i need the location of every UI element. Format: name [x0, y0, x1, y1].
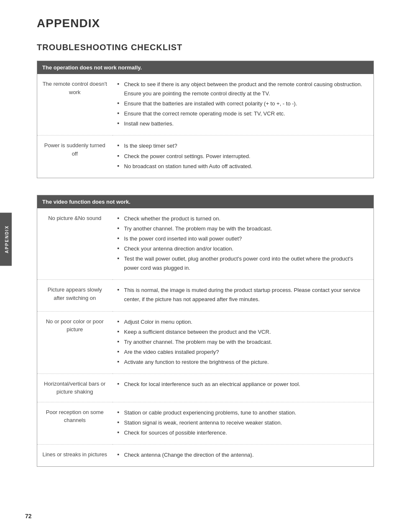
issue-label: No or poor color or poor picture [46, 318, 104, 333]
page-wrapper: APPENDIX APPENDIX TROUBLESHOOTING CHECKL… [0, 0, 399, 532]
list-item: Check to see if there is any object betw… [118, 80, 369, 98]
solution-list: Station or cable product experiencing pr… [118, 408, 369, 437]
table-row: Lines or streaks in pictures Check anten… [37, 445, 374, 467]
table-row: Horizontal/vertical bars or picture shak… [37, 373, 374, 402]
list-item: Check for local interference such as an … [118, 380, 369, 389]
table-row: No picture &No sound Check whether the p… [37, 208, 374, 280]
list-item: Check antenna (Change the direction of t… [118, 450, 369, 460]
solution-list: Adjust Color in menu option. Keep a suff… [118, 317, 369, 367]
solution-cell: Check antenna (Change the direction of t… [113, 445, 374, 467]
issue-cell: Power is suddenly turned off [37, 136, 113, 178]
solution-cell: Check to see if there is any object betw… [113, 74, 374, 136]
list-item: Keep a sufficient distance between the p… [118, 327, 369, 337]
page-number: 72 [25, 513, 32, 519]
issue-label: The remote control doesn't work [43, 81, 107, 95]
list-item: Ensure that the batteries are installed … [118, 99, 369, 108]
issue-label: Horizontal/vertical bars or picture shak… [44, 381, 105, 395]
solution-cell: Is the sleep timer set? Check the power … [113, 136, 374, 178]
solution-list: Is the sleep timer set? Check the power … [118, 141, 369, 171]
list-item: Check whether the product is turned on. [118, 214, 369, 223]
table-row: The remote control doesn't work Check to… [37, 74, 374, 136]
issue-label: Picture appears slowly after switching o… [48, 286, 102, 301]
list-item: No broadcast on station tuned with Auto … [118, 162, 369, 171]
table-row: Power is suddenly turned off Is the slee… [37, 136, 374, 178]
list-item: Try another channel. The problem may be … [118, 338, 369, 347]
solution-list: Check antenna (Change the direction of t… [118, 450, 369, 460]
table-row: Poor reception on some channels Station … [37, 402, 374, 444]
issue-cell: Horizontal/vertical bars or picture shak… [37, 373, 113, 402]
solution-list: Check whether the product is turned on. … [118, 214, 369, 273]
issue-cell: Poor reception on some channels [37, 402, 113, 444]
operation-table: The operation does not work normally. Th… [37, 61, 374, 178]
solution-list: Check for local interference such as an … [118, 380, 369, 389]
video-table-header: The video function does not work. [37, 195, 374, 208]
sidebar-tab: APPENDIX [0, 213, 12, 266]
list-item: Check for sources of possible interferen… [118, 428, 369, 437]
issue-label: No picture &No sound [48, 215, 101, 221]
list-item: Test the wall power outlet, plug another… [118, 254, 369, 273]
list-item: Check your antenna direction and/or loca… [118, 244, 369, 253]
list-item: Station signal is weak, reorient antenna… [118, 418, 369, 427]
operation-table-header: The operation does not work normally. [37, 61, 374, 74]
issue-cell: Lines or streaks in pictures [37, 445, 113, 467]
page-title: APPENDIX [37, 17, 374, 30]
list-item: This is normal, the image is muted durin… [118, 286, 369, 304]
solution-cell: Check whether the product is turned on. … [113, 208, 374, 280]
section-title: TROUBLESHOOTING CHECKLIST [37, 43, 374, 52]
issue-label: Lines or streaks in pictures [42, 451, 107, 458]
list-item: Station or cable product experiencing pr… [118, 408, 369, 417]
list-item: Activate any function to restore the bri… [118, 358, 369, 367]
issue-cell: Picture appears slowly after switching o… [37, 280, 113, 311]
table-row: No or poor color or poor picture Adjust … [37, 311, 374, 373]
solution-cell: Station or cable product experiencing pr… [113, 402, 374, 444]
video-table: The video function does not work. No pic… [37, 195, 374, 467]
table-row: Picture appears slowly after switching o… [37, 280, 374, 311]
solution-cell: Adjust Color in menu option. Keep a suff… [113, 311, 374, 373]
solution-list: Check to see if there is any object betw… [118, 80, 369, 128]
list-item: Ensure that the correct remote operating… [118, 109, 369, 118]
list-item: Are the video cables installed properly? [118, 348, 369, 357]
list-item: Adjust Color in menu option. [118, 317, 369, 327]
issue-cell: The remote control doesn't work [37, 74, 113, 136]
solution-cell: Check for local interference such as an … [113, 373, 374, 402]
list-item: Is the sleep timer set? [118, 141, 369, 151]
sidebar-label: APPENDIX [5, 225, 9, 253]
list-item: Is the power cord inserted into wall pow… [118, 234, 369, 243]
issue-label: Poor reception on some channels [46, 409, 104, 424]
solution-list: This is normal, the image is muted durin… [118, 286, 369, 304]
list-item: Try another channel. The problem may be … [118, 224, 369, 233]
main-content: APPENDIX TROUBLESHOOTING CHECKLIST The o… [12, 0, 399, 532]
solution-cell: This is normal, the image is muted durin… [113, 280, 374, 311]
list-item: Check the power control settings. Power … [118, 152, 369, 161]
issue-cell: No picture &No sound [37, 208, 113, 280]
issue-cell: No or poor color or poor picture [37, 311, 113, 373]
list-item: Install new batteries. [118, 119, 369, 128]
issue-label: Power is suddenly turned off [44, 142, 105, 157]
